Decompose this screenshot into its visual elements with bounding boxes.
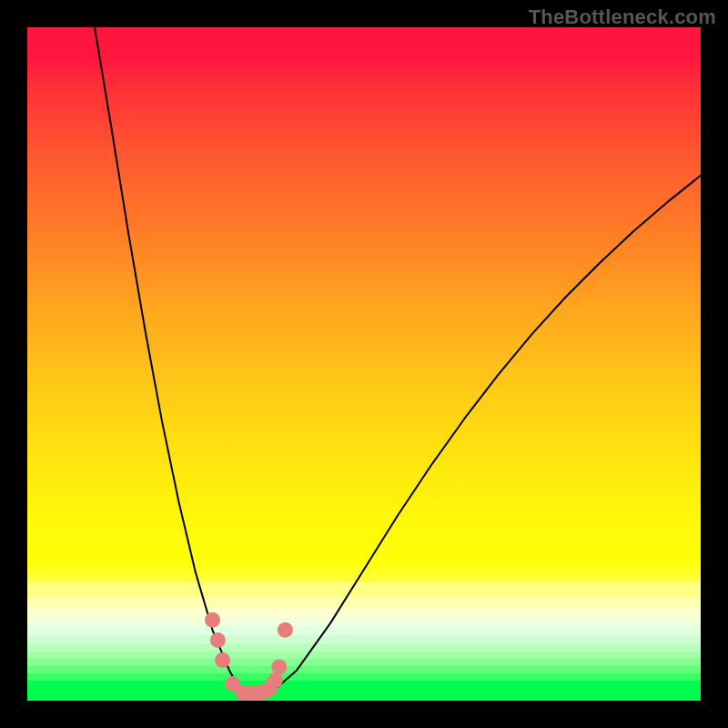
black-frame: TheBottleneck.com — [0, 0, 728, 728]
pink-marker — [210, 632, 226, 648]
plot-area — [27, 27, 701, 701]
pink-marker-group — [205, 612, 293, 701]
pink-marker — [268, 672, 283, 688]
watermark-text: TheBottleneck.com — [529, 5, 716, 29]
pink-marker — [278, 622, 293, 638]
pink-marker — [215, 652, 230, 668]
pink-marker — [271, 660, 287, 675]
pink-marker — [205, 612, 220, 628]
bottleneck-curve — [95, 27, 701, 694]
chart-svg — [27, 27, 701, 701]
